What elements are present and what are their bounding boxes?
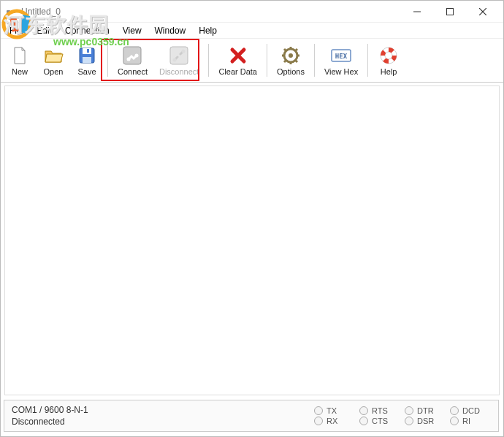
menu-connection[interactable]: Connection bbox=[59, 24, 115, 37]
svg-point-33 bbox=[385, 52, 392, 59]
indicator-rx: RX bbox=[314, 417, 355, 425]
statusbar: COM1 / 9600 8-N-1 Disconnected TX RTS DT… bbox=[4, 400, 499, 432]
svg-rect-17 bbox=[170, 47, 188, 64]
maximize-button[interactable] bbox=[433, 1, 466, 22]
menu-window[interactable]: Window bbox=[149, 24, 192, 37]
svg-rect-7 bbox=[446, 8, 453, 15]
disconnect-button[interactable]: Disconnect bbox=[154, 41, 204, 80]
indicator-dtr: DTR bbox=[405, 406, 446, 415]
svg-text:HEX: HEX bbox=[335, 53, 348, 60]
svg-point-15 bbox=[127, 58, 131, 61]
help-button[interactable]: Help bbox=[373, 41, 405, 80]
toolbar: New Open Save Connect Disconnect Clear D… bbox=[1, 39, 503, 83]
close-button[interactable] bbox=[466, 1, 499, 22]
svg-rect-13 bbox=[87, 49, 89, 53]
save-button[interactable]: Save bbox=[71, 41, 103, 80]
options-label: Options bbox=[277, 67, 305, 76]
svg-rect-12 bbox=[83, 57, 91, 63]
led-icon bbox=[405, 417, 413, 425]
hex-icon: HEX bbox=[330, 45, 352, 66]
status-port: COM1 / 9600 8-N-1 bbox=[12, 405, 314, 415]
menu-help[interactable]: Help bbox=[193, 24, 223, 37]
toolbar-separator bbox=[107, 44, 108, 77]
save-disk-icon bbox=[76, 45, 98, 66]
indicator-dsr: DSR bbox=[405, 417, 446, 425]
minimize-button[interactable] bbox=[400, 1, 433, 22]
content-area[interactable] bbox=[4, 86, 500, 395]
menubar: File Edit Connection View Window Help bbox=[1, 23, 503, 39]
svg-line-27 bbox=[295, 60, 297, 62]
options-button[interactable]: Options bbox=[272, 41, 310, 80]
indicator-tx: TX bbox=[314, 406, 355, 415]
menu-file[interactable]: File bbox=[4, 24, 29, 37]
svg-point-16 bbox=[135, 54, 139, 58]
clear-data-button[interactable]: Clear Data bbox=[213, 41, 262, 80]
led-icon bbox=[314, 417, 323, 425]
disconnect-plug-icon bbox=[168, 45, 190, 66]
led-icon bbox=[450, 417, 459, 425]
menu-edit[interactable]: Edit bbox=[31, 24, 58, 37]
indicator-ri: RI bbox=[450, 417, 491, 425]
connect-plug-icon bbox=[121, 45, 143, 66]
led-icon bbox=[359, 406, 368, 415]
connect-button[interactable]: Connect bbox=[112, 41, 153, 80]
led-icon bbox=[314, 406, 323, 415]
titlebar: Untitled_0 bbox=[1, 1, 503, 23]
disconnect-label: Disconnect bbox=[159, 67, 199, 76]
view-hex-button[interactable]: HEX View Hex bbox=[319, 41, 363, 80]
status-indicators: TX RTS DTR DCD RX CTS DSR RI bbox=[314, 406, 491, 425]
indicator-dcd: DCD bbox=[450, 406, 491, 415]
open-folder-icon bbox=[42, 45, 64, 66]
toolbar-separator bbox=[208, 44, 209, 77]
view-hex-label: View Hex bbox=[324, 67, 358, 76]
app-icon bbox=[5, 6, 17, 18]
svg-rect-3 bbox=[7, 10, 10, 13]
toolbar-separator bbox=[367, 44, 368, 77]
help-lifesaver-icon bbox=[378, 45, 400, 66]
indicator-rts: RTS bbox=[359, 406, 400, 415]
connect-label: Connect bbox=[118, 67, 148, 76]
svg-line-26 bbox=[284, 49, 286, 51]
led-icon bbox=[405, 406, 413, 415]
svg-rect-4 bbox=[12, 10, 15, 13]
indicator-cts: CTS bbox=[359, 417, 400, 425]
svg-line-28 bbox=[295, 49, 297, 51]
new-label: New bbox=[12, 67, 28, 76]
svg-point-19 bbox=[182, 50, 186, 53]
led-icon bbox=[359, 417, 368, 425]
clear-x-icon bbox=[227, 45, 249, 66]
help-label: Help bbox=[381, 67, 397, 76]
open-button[interactable]: Open bbox=[37, 41, 69, 80]
toolbar-separator bbox=[267, 44, 267, 77]
window-title: Untitled_0 bbox=[21, 7, 400, 17]
save-label: Save bbox=[77, 67, 96, 76]
open-label: Open bbox=[44, 67, 64, 76]
svg-point-18 bbox=[173, 58, 177, 62]
svg-point-21 bbox=[289, 53, 293, 58]
clear-data-label: Clear Data bbox=[218, 67, 257, 76]
led-icon bbox=[450, 406, 459, 415]
new-button[interactable]: New bbox=[4, 41, 36, 80]
gear-icon bbox=[280, 45, 302, 66]
status-connection-state: Disconnected bbox=[12, 417, 314, 427]
svg-line-29 bbox=[284, 60, 286, 62]
menu-view[interactable]: View bbox=[117, 24, 148, 37]
toolbar-separator bbox=[314, 44, 315, 77]
new-file-icon bbox=[9, 45, 31, 66]
